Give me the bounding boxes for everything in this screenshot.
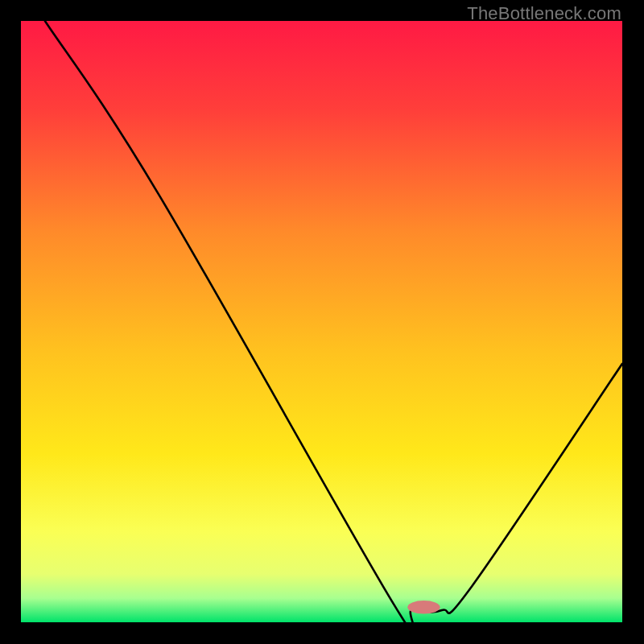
- svg-point-1: [407, 601, 440, 613]
- chart-container: TheBottleneck.com: [0, 0, 644, 644]
- plot-area: [21, 21, 622, 622]
- bottleneck-curve: [21, 21, 622, 622]
